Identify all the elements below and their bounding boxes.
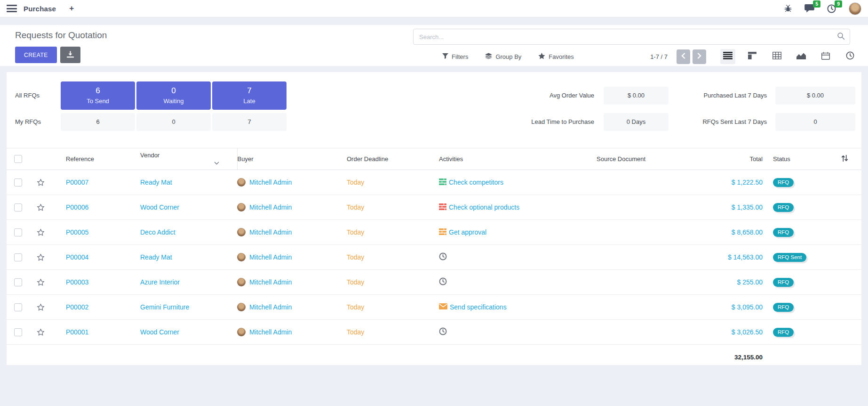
reference-link[interactable]: P00005 xyxy=(66,228,88,236)
apps-menu-icon[interactable] xyxy=(7,5,17,12)
row-checkbox[interactable] xyxy=(14,278,22,286)
new-tab-button[interactable]: + xyxy=(69,4,74,13)
activities-clock-icon[interactable]: 9 xyxy=(827,4,836,13)
buyer-link[interactable]: Mitchell Admin xyxy=(249,228,292,236)
row-checkbox[interactable] xyxy=(14,228,22,236)
waiting-stat-button[interactable]: 0 Waiting xyxy=(136,81,211,110)
favorite-star-icon[interactable] xyxy=(36,278,45,287)
table-row[interactable]: P00005 Deco Addict Mitchell Admin Today … xyxy=(7,220,861,245)
my-waiting-value[interactable]: 0 xyxy=(136,113,211,131)
vendor-link[interactable]: Ready Mat xyxy=(140,253,172,261)
buyer-link[interactable]: Mitchell Admin xyxy=(249,253,292,261)
select-all-checkbox[interactable] xyxy=(14,155,22,163)
favorite-star-icon[interactable] xyxy=(36,178,45,187)
status-badge: RFQ xyxy=(773,278,794,287)
my-late-value[interactable]: 7 xyxy=(212,113,287,131)
favorites-button[interactable]: Favorites xyxy=(538,53,573,61)
buyer-link[interactable]: Mitchell Admin xyxy=(249,278,292,286)
buyer-link[interactable]: Mitchell Admin xyxy=(249,328,292,336)
my-rfqs-label: My RFQs xyxy=(15,113,41,131)
list-view-button[interactable] xyxy=(720,49,735,64)
group-by-button[interactable]: Group By xyxy=(485,53,521,61)
row-checkbox[interactable] xyxy=(14,179,22,187)
buyer-link[interactable]: Mitchell Admin xyxy=(249,303,292,311)
vendor-link[interactable]: Gemini Furniture xyxy=(140,303,189,311)
vendor-link[interactable]: Azure Interior xyxy=(140,278,180,286)
clock-icon[interactable] xyxy=(439,327,447,337)
row-checkbox[interactable] xyxy=(14,203,22,211)
vendor-link[interactable]: Wood Corner xyxy=(140,203,179,211)
header-total[interactable]: Total xyxy=(689,148,763,170)
app-title[interactable]: Purchase xyxy=(24,5,56,13)
reference-link[interactable]: P00001 xyxy=(66,328,88,336)
to-send-stat-button[interactable]: 6 To Send xyxy=(61,81,135,110)
clock-icon[interactable] xyxy=(439,252,447,262)
tasks-icon[interactable] xyxy=(439,179,446,187)
table-row[interactable]: P00002 Gemini Furniture Mitchell Admin T… xyxy=(7,295,861,320)
pivot-view-button[interactable] xyxy=(769,49,784,64)
table-row[interactable]: P00007 Ready Mat Mitchell Admin Today Ch… xyxy=(7,170,861,195)
filters-button[interactable]: Filters xyxy=(442,53,468,61)
export-button[interactable] xyxy=(60,47,80,63)
header-order-deadline[interactable]: Order Deadline xyxy=(338,148,432,170)
reference-link[interactable]: P00006 xyxy=(66,203,88,211)
tasks-icon[interactable] xyxy=(439,203,446,211)
late-stat-button[interactable]: 7 Late xyxy=(212,81,287,110)
calendar-view-button[interactable] xyxy=(818,49,833,64)
purchased-last-7-days-label: Purchased Last 7 Days xyxy=(656,87,767,105)
reference-link[interactable]: P00002 xyxy=(66,303,88,311)
favorite-star-icon[interactable] xyxy=(36,253,45,262)
table-row[interactable]: P00004 Ready Mat Mitchell Admin Today $ … xyxy=(7,245,861,270)
total-amount: $ 3,095.00 xyxy=(732,303,763,311)
search-input[interactable] xyxy=(418,33,837,41)
header-reference[interactable]: Reference xyxy=(52,148,140,170)
activity-label[interactable]: Check optional products xyxy=(449,203,519,211)
clock-icon[interactable] xyxy=(439,277,447,287)
row-checkbox[interactable] xyxy=(14,303,22,311)
table-row[interactable]: P00003 Azure Interior Mitchell Admin Tod… xyxy=(7,270,861,295)
row-checkbox[interactable] xyxy=(14,253,22,261)
header-buyer[interactable]: Buyer xyxy=(237,148,338,170)
tasks-icon[interactable] xyxy=(439,228,446,236)
activity-label[interactable]: Check competitors xyxy=(449,179,503,186)
kanban-view-button[interactable] xyxy=(745,49,760,64)
download-icon xyxy=(67,51,74,59)
header-status[interactable]: Status xyxy=(763,148,828,170)
pager-next-button[interactable] xyxy=(693,49,706,64)
page-title: Requests for Quotation xyxy=(15,30,107,41)
debug-bug-icon[interactable] xyxy=(784,5,792,12)
activity-label[interactable]: Get approval xyxy=(449,228,486,236)
optional-columns-icon[interactable] xyxy=(841,156,848,163)
buyer-link[interactable]: Mitchell Admin xyxy=(249,203,292,211)
activity-label[interactable]: Send specifications xyxy=(450,303,507,311)
order-deadline-text: Today xyxy=(347,203,364,211)
favorite-star-icon[interactable] xyxy=(36,228,45,237)
reference-link[interactable]: P00003 xyxy=(66,278,88,286)
search-icon[interactable] xyxy=(837,32,845,42)
header-source-document[interactable]: Source Document xyxy=(590,148,689,170)
reference-link[interactable]: P00004 xyxy=(66,253,88,261)
table-footer-row: 32,155.00 xyxy=(7,345,861,370)
vendor-link[interactable]: Wood Corner xyxy=(140,328,179,336)
status-badge: RFQ xyxy=(773,203,794,212)
header-activities[interactable]: Activities xyxy=(432,148,590,170)
vendor-link[interactable]: Ready Mat xyxy=(140,179,172,186)
favorite-star-icon[interactable] xyxy=(36,328,45,337)
vendor-link[interactable]: Deco Addict xyxy=(140,228,175,236)
row-checkbox[interactable] xyxy=(14,328,22,336)
header-vendor[interactable]: Vendor xyxy=(140,148,237,170)
envelope-icon[interactable] xyxy=(439,303,447,311)
buyer-link[interactable]: Mitchell Admin xyxy=(249,179,292,186)
user-avatar[interactable] xyxy=(849,2,861,15)
create-button[interactable]: CREATE xyxy=(15,47,57,63)
my-to-send-value[interactable]: 6 xyxy=(61,113,135,131)
table-row[interactable]: P00001 Wood Corner Mitchell Admin Today … xyxy=(7,320,861,345)
favorite-star-icon[interactable] xyxy=(36,203,45,212)
reference-link[interactable]: P00007 xyxy=(66,179,88,186)
favorite-star-icon[interactable] xyxy=(36,303,45,312)
table-row[interactable]: P00006 Wood Corner Mitchell Admin Today … xyxy=(7,195,861,220)
messages-icon[interactable]: 5 xyxy=(804,4,814,13)
graph-view-button[interactable] xyxy=(794,49,809,64)
pager-prev-button[interactable] xyxy=(677,49,690,64)
activity-view-button[interactable] xyxy=(843,49,858,64)
